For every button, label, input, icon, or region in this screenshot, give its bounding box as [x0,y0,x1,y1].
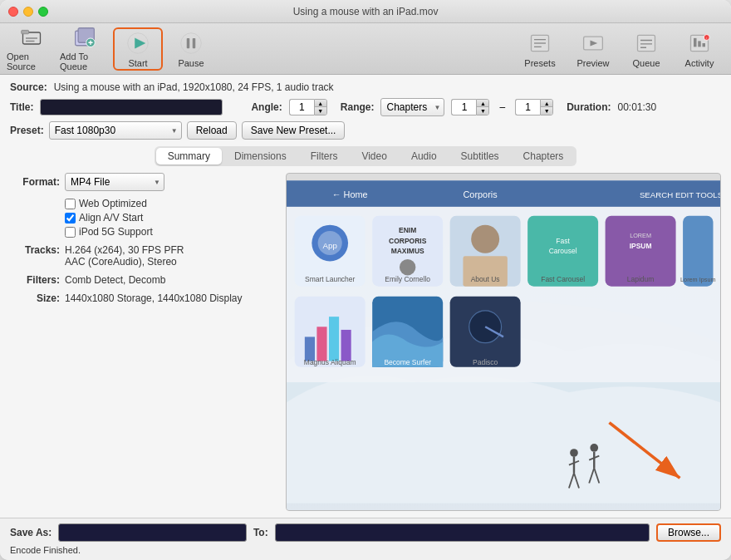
source-label: Source: [10,81,47,93]
main-content: Source: Using a mouse with an iPad, 1920… [0,75,731,518]
size-row: Size: 1440x1080 Storage, 1440x1080 Displ… [10,292,276,304]
tab-subtitles[interactable]: Subtitles [449,148,511,165]
pause-label: Pause [178,58,204,68]
range-dash: – [499,101,505,113]
svg-text:Magnus Aliquam: Magnus Aliquam [304,358,356,366]
preset-select[interactable]: Fast 1080p30 HQ 1080p30 Surround Very Fa… [49,121,182,140]
filters-value: Comb Detect, Decomb [65,274,276,286]
tabs-container: Summary Dimensions Filters Video Audio S… [10,146,721,166]
titlebar: Using a mouse with an iPad.mov [0,0,731,23]
window-title: Using a mouse with an iPad.mov [293,6,439,17]
range-end-stepper[interactable]: ▲ ▼ [515,99,553,115]
angle-up[interactable]: ▲ [315,100,326,107]
svg-text:SEARCH  EDIT  TOOLS: SEARCH EDIT TOOLS [640,190,720,199]
range-start-input[interactable] [451,99,476,115]
source-value: Using a mouse with an iPad, 1920x1080, 2… [54,81,334,93]
range-end-down[interactable]: ▼ [541,107,552,115]
activity-button[interactable]: ! Activity [675,27,724,71]
save-as-label: Save As: [10,527,52,538]
range-start-down[interactable]: ▼ [477,107,488,115]
range-start-stepper[interactable]: ▲ ▼ [451,99,489,115]
svg-text:Carousel: Carousel [549,247,577,255]
browse-button[interactable]: Browse... [656,523,721,542]
queue-button[interactable]: Queue [621,27,671,71]
status-text: Encode Finished. [10,545,721,555]
tab-video[interactable]: Video [350,148,398,165]
web-optimized-label: Web Optimized [79,198,147,209]
range-type-select[interactable]: Chapters Seconds Frames [380,98,444,116]
save-new-preset-button[interactable]: Save New Preset... [242,121,346,140]
start-icon [125,30,151,56]
checkboxes-row: Web Optimized Align A/V Start iPod 5G Su… [10,198,276,238]
size-label: Size: [10,292,60,304]
checkbox-group: Web Optimized Align A/V Start iPod 5G Su… [65,198,153,238]
angle-label: Angle: [251,101,282,113]
svg-text:App: App [323,241,337,250]
bottom-bar: Save As: To: Browse... Encode Finished. [0,518,731,560]
angle-stepper[interactable]: ▲ ▼ [289,99,327,115]
svg-text:Smart Launcher: Smart Launcher [305,275,356,283]
reload-button[interactable]: Reload [187,121,237,140]
add-to-queue-button[interactable]: Add To Queue [60,27,110,71]
close-button[interactable] [8,7,18,17]
web-optimized-item[interactable]: Web Optimized [65,198,153,209]
to-label: To: [253,527,268,538]
angle-down[interactable]: ▼ [315,107,326,115]
svg-rect-26 [698,41,701,47]
angle-input[interactable] [289,99,314,115]
preset-select-wrap[interactable]: Fast 1080p30 HQ 1080p30 Surround Very Fa… [49,121,182,140]
preview-button[interactable]: Preview [568,27,618,71]
range-start-up[interactable]: ▲ [477,100,488,107]
tabs: Summary Dimensions Filters Video Audio S… [155,146,577,166]
filters-row: Filters: Comb Detect, Decomb [10,274,276,286]
align-av-start-item[interactable]: Align A/V Start [65,212,153,224]
web-optimized-checkbox[interactable] [65,199,76,209]
range-end-input[interactable] [515,99,540,115]
save-as-input[interactable] [58,523,247,542]
tab-summary[interactable]: Summary [156,148,222,165]
ipod-5g-item[interactable]: iPod 5G Support [65,226,153,238]
pause-button[interactable]: Pause [166,27,216,71]
maximize-button[interactable] [38,7,48,17]
svg-text:Become Surfer: Become Surfer [384,358,431,366]
svg-text:← Home: ← Home [332,189,368,199]
svg-rect-66 [341,330,351,361]
presets-button[interactable]: Presets [515,27,565,71]
range-end-up[interactable]: ▲ [541,100,552,107]
svg-text:Corporis: Corporis [463,189,498,199]
svg-text:Lorem Ipsum: Lorem Ipsum [680,276,715,283]
preview-container: ← Home Corporis SEARCH EDIT TOOLS App Sm… [286,173,721,511]
svg-text:IPSUM: IPSUM [630,242,652,250]
tab-audio[interactable]: Audio [400,148,449,165]
to-input[interactable] [275,523,650,542]
filters-label: Filters: [10,274,60,286]
start-button[interactable]: Start [113,27,163,71]
align-av-start-checkbox[interactable] [65,213,76,224]
tab-filters[interactable]: Filters [299,148,350,165]
format-row: Format: MP4 File MKV File WebM File [10,173,276,191]
preset-label: Preset: [10,125,44,136]
minimize-button[interactable] [23,7,33,17]
tab-dimensions[interactable]: Dimensions [223,148,298,165]
format-label: Format: [10,176,60,188]
format-select[interactable]: MP4 File MKV File WebM File [65,173,164,191]
title-input[interactable] [40,99,223,115]
tracks-value: H.264 (x264), 30 FPS PFR AAC (CoreAudio)… [65,244,276,268]
ipod-5g-checkbox[interactable] [65,227,76,238]
svg-text:LOREM: LOREM [630,232,651,239]
svg-text:Fast Carousel: Fast Carousel [541,275,585,283]
svg-text:Emily Cornello: Emily Cornello [385,275,430,283]
toolbar: Open Source Add To Queue [0,23,731,75]
svg-rect-1 [22,30,29,33]
svg-rect-27 [703,43,706,47]
add-to-queue-label: Add To Queue [60,52,110,71]
open-source-button[interactable]: Open Source [7,27,56,71]
svg-marker-10 [135,37,145,47]
format-select-wrap[interactable]: MP4 File MKV File WebM File [65,173,164,191]
preset-row: Preset: Fast 1080p30 HQ 1080p30 Surround… [10,121,721,140]
open-source-icon [18,27,45,50]
svg-rect-13 [193,37,196,47]
range-type-select-wrap[interactable]: Chapters Seconds Frames [380,98,444,116]
preview-icon [580,30,606,56]
tab-chapters[interactable]: Chapters [512,148,576,165]
